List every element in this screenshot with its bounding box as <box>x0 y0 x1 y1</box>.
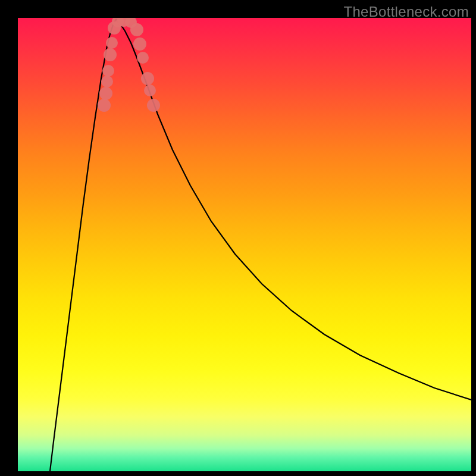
plot-area <box>18 18 471 471</box>
data-point <box>133 37 146 51</box>
data-point <box>101 76 113 87</box>
scatter-dots <box>98 18 160 112</box>
curve-right <box>116 19 471 400</box>
data-point <box>102 65 114 77</box>
data-point <box>99 87 112 100</box>
data-point <box>130 23 143 36</box>
data-point <box>106 37 118 49</box>
chart-svg <box>18 18 471 471</box>
data-point <box>98 99 111 112</box>
data-point <box>104 48 117 61</box>
data-point <box>141 72 154 85</box>
chart-frame: TheBottleneck.com <box>0 0 476 476</box>
data-point <box>147 99 160 112</box>
data-point <box>144 84 156 96</box>
data-point <box>137 52 149 64</box>
